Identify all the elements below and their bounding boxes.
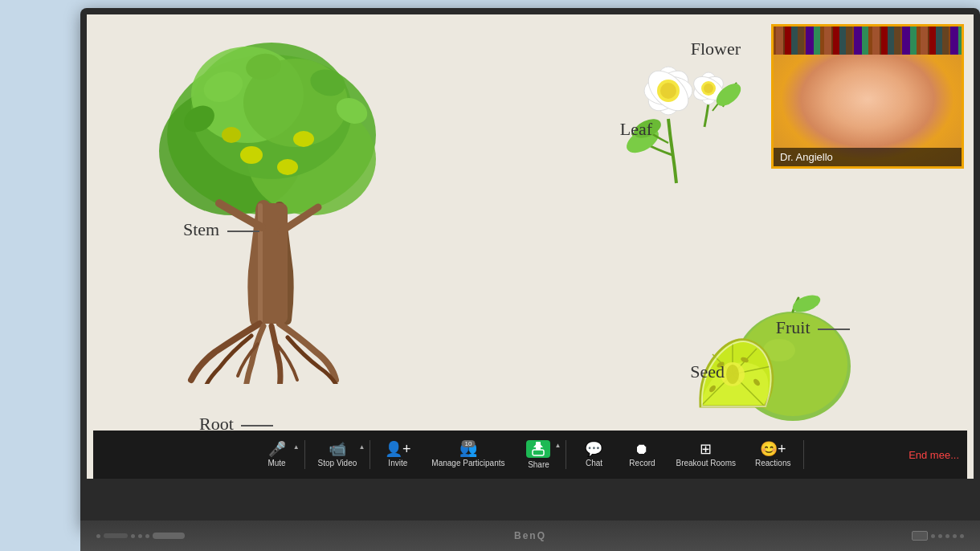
label-stem: Stem (183, 219, 263, 240)
share-label: Share (528, 460, 549, 469)
reactions-button[interactable]: 😊+ Reactions (745, 437, 800, 472)
svg-point-24 (660, 83, 676, 99)
stop-video-label: Stop Video (318, 459, 357, 467)
end-meeting-button[interactable]: End mee... (909, 449, 959, 461)
mute-chevron[interactable]: ▲ (293, 443, 300, 451)
label-leaf: Leaf (620, 119, 652, 140)
breakout-rooms-button[interactable]: ⊞ Breakout Rooms (666, 437, 745, 472)
record-icon: ⏺ (635, 442, 649, 456)
reactions-icon: 😊+ (760, 442, 786, 456)
presenter-name: Dr. Angiello (780, 151, 833, 163)
slide-content: Flower Leaf Stem Root Fruit Seed (87, 14, 974, 479)
svg-point-42 (726, 365, 739, 384)
bezel-dot-5 (931, 534, 935, 538)
share-chevron[interactable]: ▲ (555, 442, 561, 449)
svg-point-13 (222, 127, 241, 143)
divider-2 (370, 440, 370, 469)
record-label: Record (629, 459, 655, 467)
svg-rect-49 (533, 450, 544, 455)
video-chevron[interactable]: ▲ (358, 443, 365, 451)
presenter-name-bar: Dr. Angiello (774, 148, 962, 166)
benq-logo: BenQ (514, 530, 546, 541)
svg-point-12 (277, 159, 298, 175)
chat-label: Chat (586, 459, 602, 467)
presenter-video: Dr. Angiello (771, 24, 964, 169)
bezel-dot-6 (938, 534, 942, 538)
stop-video-button[interactable]: 📹 Stop Video ▲ (308, 437, 367, 472)
screen: Flower Leaf Stem Root Fruit Seed (87, 14, 974, 479)
divider-1 (304, 440, 305, 469)
monitor: Flower Leaf Stem Root Fruit Seed (80, 8, 980, 527)
plant-diagram (119, 31, 456, 384)
invite-icon: 👤+ (385, 442, 411, 456)
speaker-grill (153, 533, 185, 539)
mic-icon: 🎤 (268, 442, 286, 456)
bezel-dot-9 (960, 534, 964, 538)
svg-point-29 (704, 84, 713, 93)
power-indicator (912, 531, 928, 541)
mute-button[interactable]: 🎤 Mute ▲ (253, 437, 301, 472)
share-icon (526, 440, 550, 458)
bezel-dot-8 (953, 534, 957, 538)
svg-point-14 (293, 131, 314, 147)
bezel-dot-1 (96, 534, 100, 538)
record-button[interactable]: ⏺ Record (618, 437, 666, 472)
manage-participants-label: Manage Participants (431, 459, 504, 467)
bezel-bottom: BenQ (80, 520, 980, 551)
svg-point-11 (240, 146, 263, 164)
label-flower: Flower (691, 39, 741, 59)
mute-label: Mute (267, 459, 285, 467)
bezel-dot-2 (131, 534, 135, 538)
manage-participants-button[interactable]: 10 👥 Manage Participants (422, 437, 514, 472)
breakout-icon: ⊞ (700, 442, 712, 456)
label-seed: Seed (690, 361, 725, 382)
bezel-dot-7 (945, 534, 949, 538)
reactions-label: Reactions (755, 459, 790, 467)
label-fruit: Fruit (776, 317, 853, 338)
invite-button[interactable]: 👤+ Invite (374, 437, 422, 472)
bezel-left-controls (96, 533, 185, 539)
chat-button[interactable]: 💬 Chat (570, 437, 618, 472)
toolbar: 🎤 Mute ▲ 📹 Stop Video ▲ 👤+ Invite (93, 431, 967, 479)
share-button[interactable]: Share ▲ (514, 435, 562, 474)
svg-marker-48 (533, 442, 543, 447)
bezel-dot-4 (145, 534, 149, 538)
chat-icon: 💬 (585, 442, 602, 456)
bezel-dot-3 (138, 534, 142, 538)
camera-icon: 📹 (329, 442, 346, 456)
participants-badge: 10 (461, 440, 475, 447)
breakout-rooms-label: Breakout Rooms (676, 459, 735, 467)
bezel-right-controls (912, 531, 964, 541)
port-bar (104, 533, 128, 538)
divider-4 (803, 440, 804, 469)
invite-label: Invite (388, 459, 407, 467)
divider-3 (566, 440, 566, 469)
